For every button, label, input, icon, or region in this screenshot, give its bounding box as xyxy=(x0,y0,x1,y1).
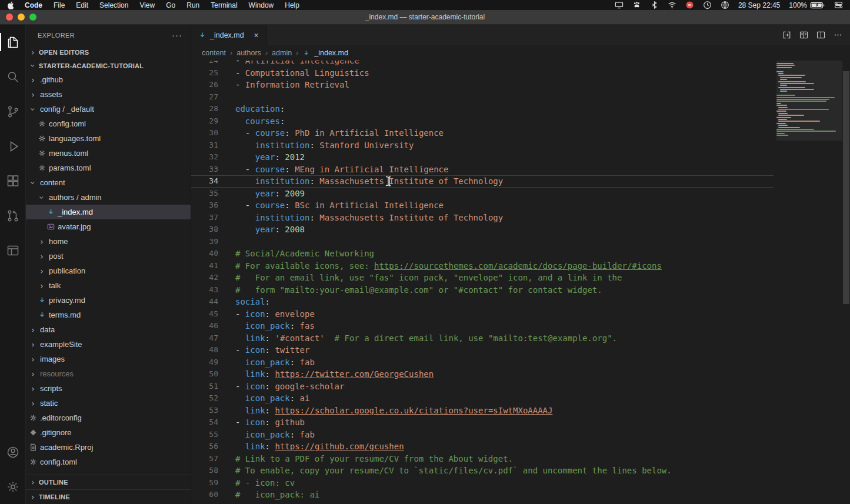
tree-file-index-md[interactable]: _index.md xyxy=(26,205,191,219)
code-line[interactable]: 43# form "mailto:your-email@example.com"… xyxy=(191,284,774,296)
code-line[interactable]: 24- Artificial Intelligence xyxy=(191,61,774,67)
workspace-section-header[interactable]: › STARTER-ACADEMIC-TUTORIAL xyxy=(26,59,191,72)
tree-folder-authors-admin[interactable]: ›authors / admin xyxy=(26,190,191,205)
menu-help[interactable]: Help xyxy=(285,1,299,9)
open-changes-icon[interactable] xyxy=(782,30,792,40)
github-pr-icon[interactable] xyxy=(0,198,25,233)
minimap[interactable] xyxy=(776,63,842,504)
tree-folder-post[interactable]: ›post xyxy=(26,249,191,263)
code-line[interactable]: 45- icon: envelope xyxy=(191,308,774,321)
code-line[interactable]: 28education: xyxy=(191,103,774,115)
code-line[interactable]: 54- icon: github xyxy=(191,416,774,429)
code-line[interactable]: 29 courses: xyxy=(191,115,774,128)
tab-close-icon[interactable]: × xyxy=(251,30,262,41)
code-line[interactable]: 48- icon: twitter xyxy=(191,344,774,356)
code-line[interactable]: 35 year: 2009 xyxy=(191,188,774,200)
breadcrumb-admin[interactable]: admin xyxy=(272,49,292,57)
code-line[interactable]: 26- Information Retrieval xyxy=(191,79,774,91)
accounts-icon[interactable] xyxy=(0,435,25,469)
red-status-icon[interactable] xyxy=(685,1,694,9)
code-line[interactable]: 53 link: https://scholar.google.co.uk/ci… xyxy=(191,405,774,417)
tree-file-languages-toml[interactable]: languages.toml xyxy=(26,131,191,146)
menu-selection[interactable]: Selection xyxy=(99,1,128,9)
apple-menu-icon[interactable] xyxy=(7,1,14,9)
explorer-more-actions-icon[interactable]: ··· xyxy=(172,30,182,40)
tree-file-privacy-md[interactable]: privacy.md xyxy=(26,293,191,308)
menu-go[interactable]: Go xyxy=(166,1,175,9)
zoom-window-button[interactable] xyxy=(29,14,36,21)
code-line[interactable]: 36 - course: BSc in Artificial Intellige… xyxy=(191,199,774,212)
tree-folder-static[interactable]: ›static xyxy=(26,396,191,410)
timeline-section-header[interactable]: › TIMELINE xyxy=(26,489,191,504)
code-line[interactable]: 56 link: https://github.com/gcushen xyxy=(191,440,774,453)
explorer-icon[interactable] xyxy=(0,25,25,59)
outline-section-header[interactable]: › OUTLINE xyxy=(26,475,191,489)
tree-folder-publication[interactable]: ›publication xyxy=(26,263,191,278)
scrollbar-thumb[interactable] xyxy=(843,71,849,304)
menubar-datetime[interactable]: 28 Sep 22:45 xyxy=(738,1,780,9)
code-line[interactable]: 39 xyxy=(191,236,774,248)
settings-icon[interactable] xyxy=(0,469,25,504)
tree-file-config-toml[interactable]: config.toml xyxy=(26,455,191,469)
tab-index-md[interactable]: _index.md × xyxy=(191,25,267,45)
code-line[interactable]: 51- icon: google-scholar xyxy=(191,380,774,393)
menu-run[interactable]: Run xyxy=(186,1,199,9)
code-line[interactable]: 42# For an email link, use "fas" icon pa… xyxy=(191,272,774,284)
tree-file-params-toml[interactable]: params.toml xyxy=(26,161,191,175)
code-line[interactable]: 27 xyxy=(191,91,774,104)
tree-folder-scripts[interactable]: ›scripts xyxy=(26,381,191,396)
control-center-icon[interactable] xyxy=(834,1,843,9)
minimap-slider[interactable] xyxy=(776,61,842,141)
menu-edit[interactable]: Edit xyxy=(76,1,88,9)
code-line[interactable]: 58# To enable, copy your resume/CV to `s… xyxy=(191,465,774,477)
code-line[interactable]: 38 year: 2008 xyxy=(191,223,774,236)
more-actions-icon[interactable] xyxy=(833,30,843,40)
code-line[interactable]: 52 icon_pack: ai xyxy=(191,392,774,405)
code-line[interactable]: 41# For available icons, see: https://so… xyxy=(191,260,774,272)
tree-file-menus-toml[interactable]: menus.toml xyxy=(26,146,191,161)
code-line[interactable]: 47 link: '#contact' # For a direct email… xyxy=(191,332,774,345)
tree-folder-resources[interactable]: ›resources xyxy=(26,366,191,381)
code-line[interactable]: 37 institution: Massachusetts Institute … xyxy=(191,212,774,224)
menu-file[interactable]: File xyxy=(54,1,65,9)
code-line[interactable]: 40# Social/Academic Networking xyxy=(191,248,774,260)
clock-icon[interactable] xyxy=(703,1,712,9)
tree-folder-home[interactable]: ›home xyxy=(26,234,191,249)
breadcrumb-index-md[interactable]: _index.md xyxy=(314,49,348,57)
search-icon[interactable] xyxy=(0,59,25,94)
tree-folder-talk[interactable]: ›talk xyxy=(26,278,191,293)
open-preview-icon[interactable] xyxy=(799,30,809,40)
code-line[interactable]: 34 institution: Massachusetts Institute … xyxy=(191,175,774,188)
tree-folder-content[interactable]: ›content xyxy=(26,175,191,190)
bluetooth-icon[interactable] xyxy=(650,1,659,9)
code-line[interactable]: 30 - course: PhD in Artificial Intellige… xyxy=(191,127,774,139)
code-line[interactable]: 32 year: 2012 xyxy=(191,151,774,163)
code-line[interactable]: 46 icon_pack: fas xyxy=(191,320,774,332)
tree-file-terms-md[interactable]: terms.md xyxy=(26,308,191,322)
code-line[interactable]: 60# icon_pack: ai xyxy=(191,489,774,501)
extensions-icon[interactable] xyxy=(0,163,25,198)
tree-file-academic-rproj[interactable]: academic.Rproj xyxy=(26,440,191,455)
globe-icon[interactable] xyxy=(721,1,729,9)
run-debug-icon[interactable] xyxy=(0,129,25,163)
tree-folder-data[interactable]: ›data xyxy=(26,322,191,337)
menu-terminal[interactable]: Terminal xyxy=(211,1,237,9)
vertical-scrollbar[interactable] xyxy=(842,61,850,504)
minimize-window-button[interactable] xyxy=(18,14,25,21)
tree-folder-examplesite[interactable]: ›exampleSite xyxy=(26,337,191,352)
source-control-icon[interactable] xyxy=(0,94,25,129)
breadcrumb-authors[interactable]: authors xyxy=(236,49,261,57)
menu-code[interactable]: Code xyxy=(25,1,42,9)
tree-folder-images[interactable]: ›images xyxy=(26,352,191,366)
code-scroll[interactable]: 24- Artificial Intelligence25- Computati… xyxy=(191,61,774,504)
tree-file-avatar-jpg[interactable]: avatar.jpg xyxy=(26,219,191,234)
code-line[interactable]: 59# - icon: cv xyxy=(191,477,774,489)
battery-indicator[interactable]: 100% xyxy=(789,1,825,9)
code-line[interactable]: 33 - course: MEng in Artificial Intellig… xyxy=(191,163,774,176)
code-line[interactable]: 55 icon_pack: fab xyxy=(191,429,774,441)
tree-file-config-toml[interactable]: config.toml xyxy=(26,116,191,131)
wifi-icon[interactable] xyxy=(668,1,676,9)
breadcrumb-content[interactable]: content xyxy=(202,49,226,57)
display-icon[interactable] xyxy=(615,1,624,9)
split-editor-icon[interactable] xyxy=(816,30,826,40)
